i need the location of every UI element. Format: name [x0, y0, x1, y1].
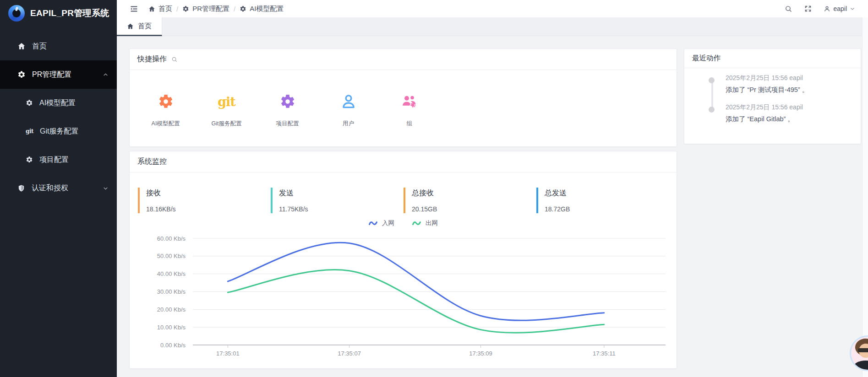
app-title: EAPIL_PR管理系统 [30, 7, 109, 19]
svg-text:40.00 Kb/s: 40.00 Kb/s [157, 270, 186, 277]
sidebar-item-pr-config[interactable]: PR管理配置 [0, 60, 117, 89]
quick-action-groups[interactable]: 组 [379, 89, 440, 128]
svg-text:17:35:11: 17:35:11 [593, 350, 616, 357]
home-icon [148, 5, 155, 12]
tab-label: 首页 [138, 22, 152, 31]
stat-value: 18.16KB/s [146, 205, 262, 213]
stat-value: 18.72GB [545, 205, 660, 213]
stat-total-receive: 总接收 20.15GB [404, 188, 527, 213]
svg-text:0.00 Kb/s: 0.00 Kb/s [160, 342, 186, 349]
gear-icon [17, 70, 26, 79]
sidebar-nav: 首页 PR管理配置 AI模型配置 git Git服务配置 项目配置 [0, 27, 117, 202]
logo-icon [8, 5, 25, 22]
app-logo: EAPIL_PR管理系统 [0, 0, 117, 27]
card-title: 系统监控 [137, 157, 167, 167]
timeline-text: 添加了 “Eapil Gitlab” 。 [726, 115, 794, 124]
svg-text:10.00 Kb/s: 10.00 Kb/s [157, 324, 186, 331]
chevron-down-icon [850, 6, 855, 11]
users-gear-icon [401, 93, 418, 110]
stat-value: 20.15GB [412, 205, 527, 213]
fullscreen-icon[interactable] [804, 5, 812, 12]
tab-bar: 首页 [117, 17, 862, 36]
breadcrumb-label: AI模型配置 [250, 5, 284, 13]
user-menu[interactable]: eapil [824, 5, 855, 12]
breadcrumb-item-pr-config[interactable]: PR管理配置 [182, 5, 229, 13]
sidebar-item-label: 项目配置 [39, 155, 69, 165]
card-title: 快捷操作 [137, 54, 167, 64]
system-monitor-card: 系统监控 接收 18.16KB/s 发送 11.75KB/s 总接收 20.15… [129, 151, 677, 369]
breadcrumb-item-ai-model-config[interactable]: AI模型配置 [240, 5, 284, 13]
chevron-up-icon [103, 72, 109, 78]
chevron-down-icon [103, 185, 109, 191]
quick-action-project-config[interactable]: 项目配置 [257, 89, 318, 128]
svg-text:17:35:09: 17:35:09 [469, 350, 492, 357]
sidebar-item-label: AI模型配置 [39, 98, 76, 108]
svg-text:17:35:01: 17:35:01 [216, 350, 240, 357]
chart-legend: 入网 出网 [130, 219, 677, 227]
top-header: 首页 / PR管理配置 / AI模型配置 eapil [117, 0, 868, 17]
user-icon [340, 93, 357, 110]
app-window: EAPIL_PR管理系统 首页 PR管理配置 AI模型配置 git Git服务配… [0, 0, 868, 377]
git-icon: git [218, 95, 235, 109]
timeline-text: 添加了 “Pr 测试项目-495” 。 [726, 86, 808, 94]
git-icon: git [26, 128, 33, 135]
sidebar-fold-icon[interactable] [130, 5, 138, 13]
scrollbar-track[interactable] [862, 17, 868, 377]
timeline-timestamp: 2025年2月25日 15:56 eapil [726, 103, 803, 112]
quick-action-label: Git服务配置 [196, 120, 257, 128]
svg-text:30.00 Kb/s: 30.00 Kb/s [157, 288, 186, 295]
sidebar: EAPIL_PR管理系统 首页 PR管理配置 AI模型配置 git Git服务配… [0, 0, 117, 377]
timeline-connector [711, 82, 713, 108]
sidebar-item-home[interactable]: 首页 [0, 32, 117, 60]
card-title-row: 系统监控 [130, 151, 677, 172]
quick-actions-card: 快捷操作 AI模型配置 git Git服务配置 项目配置 用户 组 [129, 48, 677, 147]
sidebar-item-project-config[interactable]: 项目配置 [0, 145, 117, 174]
breadcrumb: 首页 / PR管理配置 / AI模型配置 [148, 5, 284, 13]
avatar-body [854, 361, 868, 371]
gear-icon [279, 93, 296, 110]
svg-text:60.00 Kb/s: 60.00 Kb/s [157, 235, 186, 242]
wave-icon [368, 220, 378, 226]
quick-action-label: 用户 [318, 120, 379, 128]
breadcrumb-label: 首页 [158, 5, 172, 13]
search-icon[interactable] [785, 5, 792, 13]
search-icon[interactable] [171, 56, 178, 63]
wave-icon [412, 220, 421, 226]
network-chart: 60.00 Kb/s50.00 Kb/s40.00 Kb/s30.00 Kb/s… [137, 234, 670, 371]
avatar-glasses [858, 348, 868, 352]
timeline-dot [709, 107, 715, 113]
quick-action-ai-model-config[interactable]: AI模型配置 [135, 89, 196, 128]
stat-value: 11.75KB/s [279, 205, 394, 213]
sidebar-item-auth[interactable]: 认证和授权 [0, 174, 117, 202]
user-name: eapil [833, 5, 847, 12]
sidebar-item-label: 首页 [32, 42, 47, 51]
sidebar-item-label: Git服务配置 [40, 127, 78, 136]
assistant-avatar[interactable] [850, 335, 868, 371]
tab-home[interactable]: 首页 [117, 17, 162, 36]
quick-action-git-service-config[interactable]: git Git服务配置 [196, 89, 257, 128]
timeline-dot [709, 77, 715, 83]
recent-actions-card: 最近动作 2025年2月25日 15:56 eapil 添加了 “Pr 测试项目… [684, 48, 861, 144]
sidebar-item-ai-model-config[interactable]: AI模型配置 [0, 89, 117, 117]
quick-action-users[interactable]: 用户 [318, 89, 379, 128]
card-title-row: 最近动作 [684, 49, 861, 68]
breadcrumb-separator: / [234, 5, 235, 13]
user-icon [824, 5, 830, 12]
legend-item-outbound[interactable]: 出网 [412, 219, 438, 227]
card-title-row: 快捷操作 [130, 49, 677, 70]
breadcrumb-item-home[interactable]: 首页 [148, 5, 172, 13]
shield-icon [17, 184, 25, 192]
stat-total-send: 总发送 18.72GB [536, 188, 660, 213]
gear-icon [240, 5, 246, 12]
gear-icon [26, 99, 33, 107]
svg-text:20.00 Kb/s: 20.00 Kb/s [157, 306, 186, 313]
timeline-timestamp: 2025年2月25日 15:56 eapil [726, 74, 803, 82]
gear-icon [158, 93, 174, 110]
sidebar-item-label: PR管理配置 [32, 70, 71, 80]
quick-action-label: 项目配置 [257, 120, 318, 128]
quick-action-label: 组 [379, 120, 440, 128]
sidebar-item-git-service-config[interactable]: git Git服务配置 [0, 117, 117, 145]
svg-text:17:35:07: 17:35:07 [338, 350, 361, 357]
header-actions: eapil [785, 5, 855, 13]
legend-item-inbound[interactable]: 入网 [368, 219, 394, 227]
